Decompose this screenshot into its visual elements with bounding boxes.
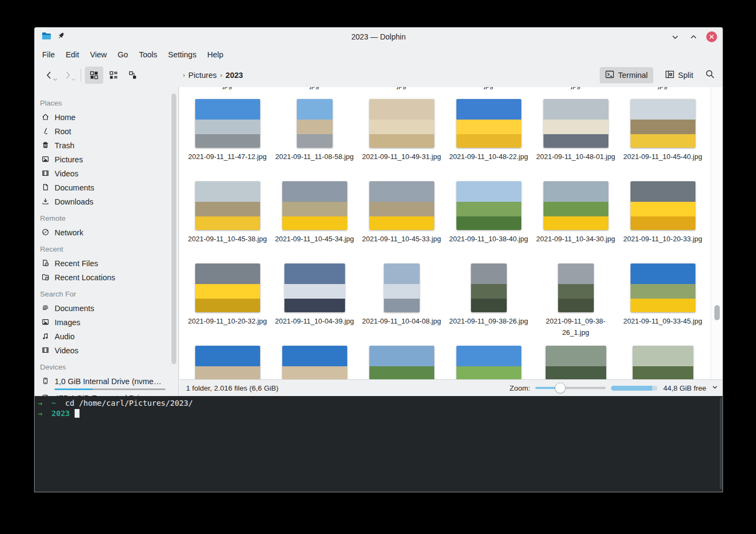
compact-view-button[interactable] bbox=[124, 67, 142, 84]
titlebar[interactable]: 2023 — Dolphin bbox=[35, 28, 722, 46]
file-item[interactable]: 2021-09-11_10-45-40.jpg bbox=[619, 99, 706, 162]
drive-usage-bar bbox=[55, 388, 165, 390]
file-item[interactable]: 2021-09-11_10-34-30.jpg bbox=[532, 181, 619, 245]
sidebar-item-audio[interactable]: Audio bbox=[35, 329, 178, 344]
terminal-line: → ~ cd /home/carl/Pictures/2023/ bbox=[38, 398, 723, 408]
file-item[interactable]: 2021-09-11_11-47-12.jpg bbox=[184, 99, 271, 162]
search-icon[interactable] bbox=[705, 69, 715, 81]
file-item[interactable]: 2021-09-11_11-08-58.jpg bbox=[271, 99, 358, 162]
zoom-slider-handle[interactable] bbox=[555, 383, 566, 393]
sidebar-item-trash[interactable]: Trash bbox=[35, 139, 178, 153]
chevron-down-icon[interactable] bbox=[712, 384, 718, 392]
menu-help[interactable]: Help bbox=[202, 48, 229, 61]
breadcrumb-2023[interactable]: 2023 bbox=[226, 71, 243, 80]
doc-lines-icon bbox=[41, 304, 50, 314]
menu-go[interactable]: Go bbox=[112, 48, 134, 61]
file-item[interactable]: 2021-09-11_10-45-34.jpg bbox=[271, 181, 358, 245]
minimize-button[interactable] bbox=[669, 31, 680, 42]
sidebar-scrollbar-handle[interactable] bbox=[171, 94, 176, 364]
file-thumbnail bbox=[631, 99, 695, 148]
file-item[interactable]: 2021-09-11_10-04-39.jpg bbox=[271, 263, 358, 327]
sidebar-section-remote: Remote bbox=[35, 209, 178, 226]
menu-view[interactable]: View bbox=[84, 48, 112, 61]
image-icon bbox=[41, 318, 50, 328]
file-name: 2021-09-11_09-33-45.jpg bbox=[622, 315, 704, 327]
sidebar-item-pictures[interactable]: Pictures bbox=[35, 153, 178, 167]
view-scrollbar[interactable] bbox=[711, 87, 723, 396]
clipped-filename-fragment: jpg bbox=[271, 87, 358, 90]
file-item[interactable]: 2021-09-11_09-33-45.jpg bbox=[619, 263, 706, 327]
file-item[interactable]: 2021-09-11_10-49-31.jpg bbox=[358, 99, 445, 162]
file-item[interactable]: 2021-09-11_10-04-08.jpg bbox=[358, 263, 445, 327]
icons-view-button[interactable] bbox=[85, 67, 103, 84]
file-name: 2021-09-11_11-08-58.jpg bbox=[274, 151, 355, 162]
file-thumbnail bbox=[369, 181, 434, 230]
file-name: 2021-09-11_09-38-26_1.jpg bbox=[535, 315, 616, 338]
file-name: 2021-09-11_10-45-33.jpg bbox=[361, 233, 442, 245]
file-item[interactable]: 2021-09-11_10-48-22.jpg bbox=[445, 99, 532, 162]
sidebar-item-images[interactable]: Images bbox=[35, 315, 178, 329]
sidebar-item-recent-files[interactable]: Recent Files bbox=[35, 256, 178, 271]
file-item[interactable]: 2021-09-11_10-20-33.jpg bbox=[619, 181, 706, 245]
breadcrumb-pictures[interactable]: Pictures bbox=[188, 71, 216, 80]
clipped-filename-fragment: jpg bbox=[532, 87, 619, 90]
file-thumbnail bbox=[369, 99, 434, 148]
sidebar-section-places: Places bbox=[35, 94, 178, 110]
recent-folder-icon bbox=[41, 273, 50, 283]
file-name: 2021-09-11_10-49-31.jpg bbox=[361, 151, 442, 162]
view-scrollbar-handle[interactable] bbox=[714, 305, 720, 320]
file-thumbnail bbox=[456, 181, 521, 230]
sidebar-item-downloads[interactable]: Downloads bbox=[35, 195, 178, 209]
terminal-icon bbox=[605, 70, 614, 81]
film-icon bbox=[41, 169, 50, 179]
zoom-slider[interactable] bbox=[535, 383, 606, 393]
sidebar-item-network[interactable]: Network bbox=[35, 226, 178, 240]
dolphin-app-icon bbox=[41, 30, 52, 43]
file-thumbnail bbox=[282, 181, 347, 230]
file-name: 2021-09-11_10-20-33.jpg bbox=[622, 233, 704, 245]
maximize-button[interactable] bbox=[688, 31, 699, 42]
sidebar-item-documents[interactable]: Documents bbox=[35, 181, 178, 195]
file-thumbnail bbox=[284, 263, 345, 312]
menu-file[interactable]: File bbox=[37, 48, 60, 61]
forward-button[interactable] bbox=[58, 67, 77, 84]
file-thumbnail bbox=[195, 263, 260, 312]
split-view-button[interactable]: Split bbox=[660, 67, 699, 83]
sidebar-item-recent-locations[interactable]: Recent Locations bbox=[35, 271, 178, 285]
film-icon bbox=[41, 346, 50, 356]
split-button-label: Split bbox=[678, 71, 693, 80]
sidebar-item-home[interactable]: Home bbox=[35, 110, 178, 124]
file-thumbnail bbox=[558, 263, 594, 312]
sidebar-item-root[interactable]: Root bbox=[35, 124, 178, 139]
sidebar-item-videos[interactable]: Videos bbox=[35, 344, 178, 358]
terminal-panel[interactable]: → ~ cd /home/carl/Pictures/2023/→ 2023 bbox=[35, 396, 723, 492]
sidebar-item-videos[interactable]: Videos bbox=[35, 167, 178, 181]
file-view[interactable]: jpgjpgjpgjpgjpgjpg2021-09-11_11-47-12.jp… bbox=[179, 87, 723, 396]
terminal-toggle-button[interactable]: Terminal bbox=[600, 67, 653, 83]
file-item[interactable]: 2021-09-11_10-45-38.jpg bbox=[184, 181, 271, 245]
terminal-scrollbar[interactable] bbox=[720, 397, 722, 489]
file-item[interactable]: 2021-09-11_09-38-26.jpg bbox=[445, 263, 532, 327]
window-title: 2023 — Dolphin bbox=[35, 32, 722, 41]
close-button[interactable] bbox=[706, 31, 717, 42]
sidebar-item-1-0-gib-internal-drive-nvme[interactable]: 1,0 GiB Internal Drive (nvme… bbox=[35, 374, 178, 388]
menu-edit[interactable]: Edit bbox=[60, 48, 84, 61]
menu-settings[interactable]: Settings bbox=[163, 48, 202, 61]
file-item[interactable]: 2021-09-11_10-38-40.jpg bbox=[445, 181, 532, 245]
sidebar-item-475-4-gib-encrypted-drive[interactable]: 475.4 GiB Encrypted Drive bbox=[35, 391, 178, 396]
menu-tools[interactable]: Tools bbox=[134, 48, 163, 61]
terminal-cursor bbox=[75, 409, 79, 418]
sidebar-item-documents[interactable]: Documents bbox=[35, 301, 178, 315]
pin-icon[interactable] bbox=[57, 31, 65, 42]
details-view-button[interactable] bbox=[104, 67, 123, 84]
file-item[interactable]: 2021-09-11_10-48-01.jpg bbox=[532, 99, 619, 162]
file-item[interactable]: 2021-09-11_09-38-26_1.jpg bbox=[532, 263, 619, 338]
file-name: 2021-09-11_10-04-08.jpg bbox=[361, 315, 442, 327]
file-thumbnail bbox=[543, 99, 608, 148]
back-button[interactable] bbox=[40, 67, 58, 84]
file-name: 2021-09-11_11-47-12.jpg bbox=[187, 151, 268, 162]
file-item[interactable]: 2021-09-11_10-45-33.jpg bbox=[358, 181, 445, 245]
file-thumbnail bbox=[471, 263, 507, 312]
free-space-label: 44,8 GiB free bbox=[663, 384, 706, 392]
file-item[interactable]: 2021-09-11_10-20-32.jpg bbox=[184, 263, 271, 327]
